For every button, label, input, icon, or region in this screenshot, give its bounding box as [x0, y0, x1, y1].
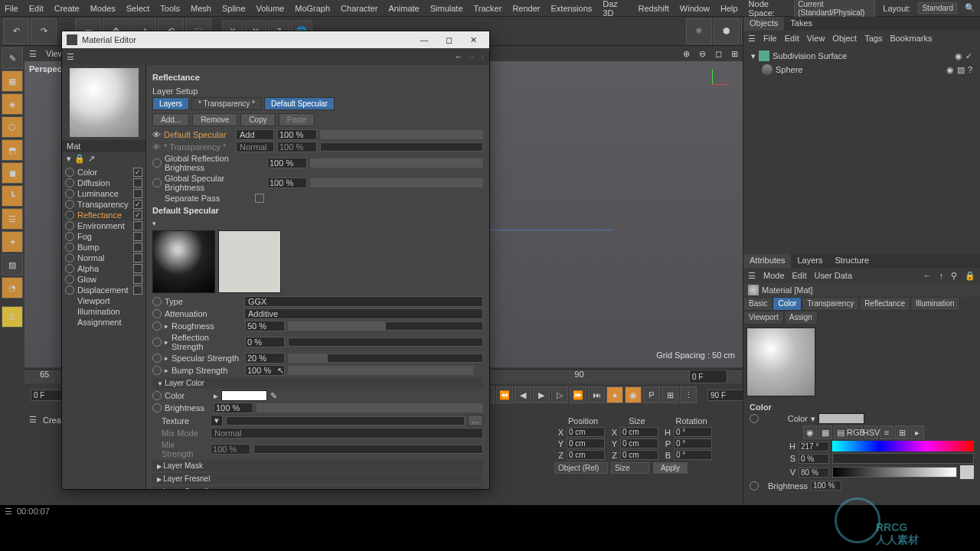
menu-extensions[interactable]: Extensions — [550, 4, 592, 13]
anim-dot-icon[interactable] — [152, 321, 162, 331]
refl-slider[interactable] — [288, 337, 483, 347]
layer-opacity-slider[interactable] — [320, 130, 483, 139]
expand-icon[interactable]: ▸ — [165, 367, 168, 374]
arrow-icon[interactable]: ↗ — [88, 154, 95, 164]
illumination-tab[interactable]: Illumination — [910, 297, 960, 311]
menu-modes[interactable]: Modes — [90, 4, 116, 13]
obj-object-menu[interactable]: Object — [832, 34, 857, 43]
chevron-down-icon[interactable]: ▾ — [152, 220, 156, 227]
hamburger-icon[interactable]: ☰ — [29, 49, 37, 59]
obj-tags-menu[interactable]: Tags — [864, 34, 882, 43]
blend-mode-dropdown[interactable]: Normal — [236, 142, 274, 152]
checkbox-icon[interactable] — [133, 275, 142, 284]
specular-sphere-preview[interactable] — [152, 230, 215, 293]
edge-mode-icon[interactable]: ⬒ — [2, 139, 23, 161]
obj-view-menu[interactable]: View — [807, 34, 825, 43]
rot-b-input[interactable] — [674, 450, 712, 460]
anim-dot-icon[interactable] — [750, 481, 759, 491]
anim-dot-icon[interactable] — [152, 403, 162, 412]
attr-edit-menu[interactable]: Edit — [792, 271, 807, 280]
anim-dot-icon[interactable] — [152, 337, 162, 347]
rot-p-input[interactable] — [674, 439, 712, 448]
channel-displacement[interactable]: Displacement — [64, 285, 144, 295]
channel-color[interactable]: Color — [64, 167, 144, 178]
time-end2-field[interactable] — [707, 390, 746, 401]
vis-toggle[interactable]: ◉ — [955, 51, 962, 61]
next-frame-button[interactable]: ▷ — [551, 386, 568, 403]
menu-simulate[interactable]: Simulate — [430, 4, 463, 13]
color-swatch[interactable] — [818, 413, 864, 424]
spec-slider[interactable] — [288, 354, 483, 363]
expand-icon[interactable]: ▸ — [214, 391, 218, 401]
channel-normal[interactable]: Normal — [64, 253, 144, 263]
checkbox-icon[interactable] — [133, 221, 142, 230]
maximize-button[interactable]: ◻ — [437, 33, 460, 47]
spec-input[interactable] — [245, 353, 285, 364]
back-icon[interactable]: ← — [923, 271, 932, 280]
atom-tool[interactable]: ⚛ — [686, 18, 712, 44]
attr-userdata-menu[interactable]: User Data — [815, 271, 853, 280]
tag-checker-icon[interactable]: ▨ — [957, 65, 965, 75]
layer-color-swatch[interactable] — [221, 390, 267, 401]
texture-mode-icon[interactable]: ◈ — [2, 93, 23, 115]
specular-flat-preview[interactable] — [218, 230, 281, 293]
menu-animate[interactable]: Animate — [388, 4, 419, 13]
next-key-button[interactable]: ⏩ — [570, 386, 586, 403]
channel-assignment[interactable]: Assignment — [64, 317, 144, 328]
size-y-input[interactable] — [620, 439, 658, 448]
more-icon[interactable]: ▸ — [910, 425, 924, 439]
viewport-icon-3[interactable]: ◻ — [715, 49, 722, 59]
layers-tab[interactable]: Layers — [791, 254, 828, 268]
attr-mode-menu[interactable]: Mode — [763, 271, 785, 280]
attributes-tab[interactable]: Attributes — [743, 254, 791, 268]
rough-slider[interactable] — [288, 321, 483, 331]
menu-tools[interactable]: Tools — [160, 4, 180, 13]
val-slider[interactable] — [832, 467, 957, 478]
channel-glow[interactable]: Glow — [64, 274, 144, 285]
default-specular-layer-row[interactable]: 👁 Default Specular Add — [152, 129, 483, 140]
channel-fog[interactable]: Fog — [64, 231, 144, 242]
color-tab[interactable]: Color — [773, 297, 802, 311]
objects-tab[interactable]: Objects — [743, 17, 784, 31]
grb-input[interactable] — [267, 158, 307, 168]
filter-icon[interactable]: ⚲ — [951, 271, 957, 281]
make-editable-icon[interactable]: ✎ — [2, 47, 23, 69]
checkbox-icon[interactable] — [133, 264, 142, 273]
lock-icon[interactable]: 🔒 — [965, 271, 975, 281]
up-icon[interactable]: ↑ — [481, 52, 485, 61]
sculpt-icon[interactable]: ◔ — [2, 277, 23, 298]
menu-character[interactable]: Character — [341, 4, 377, 13]
atten-dropdown[interactable]: Additive — [244, 308, 483, 319]
anim-dot-icon[interactable] — [152, 158, 162, 168]
rough-input[interactable] — [245, 321, 285, 331]
expand-icon[interactable]: ▸ — [165, 338, 168, 346]
key-opts-button[interactable]: ⋮ — [680, 386, 697, 403]
prev-frame-button[interactable]: ◀ — [514, 386, 531, 403]
anim-dot-icon[interactable] — [152, 178, 162, 187]
channel-preview[interactable] — [70, 68, 139, 137]
key-p-button[interactable]: P — [643, 386, 660, 403]
eye-icon[interactable]: 👁 — [152, 142, 161, 152]
add-button[interactable]: Add... — [152, 113, 189, 126]
expand-icon[interactable]: ▸ — [165, 354, 168, 362]
layer-color-section[interactable]: Layer Color — [152, 377, 483, 389]
gsb-slider[interactable] — [310, 178, 483, 187]
checkbox-icon[interactable] — [133, 168, 142, 177]
goto-end-button[interactable]: ⏭ — [588, 386, 605, 403]
menu-tracker[interactable]: Tracker — [474, 4, 502, 13]
channel-luminance[interactable]: Luminance — [64, 188, 144, 199]
size-z-input[interactable] — [620, 450, 658, 460]
layout-dropdown[interactable]: Standard — [918, 2, 957, 14]
menu-edit[interactable]: Edit — [29, 4, 44, 13]
up-icon[interactable]: ↑ — [939, 271, 944, 280]
grid-icon[interactable]: ⊞ — [895, 425, 909, 439]
checkbox-icon[interactable] — [133, 285, 142, 295]
basic-tab[interactable]: Basic — [743, 297, 773, 311]
anim-dot-icon[interactable] — [152, 354, 162, 363]
paste-button[interactable]: Paste — [279, 113, 315, 126]
search-icon[interactable]: 🔍 — [965, 3, 975, 13]
menu-mograph[interactable]: MoGraph — [295, 4, 330, 13]
menu-render[interactable]: Render — [512, 4, 540, 13]
axis-gizmo[interactable] — [697, 69, 727, 99]
channel-environment[interactable]: Environment — [64, 220, 144, 231]
